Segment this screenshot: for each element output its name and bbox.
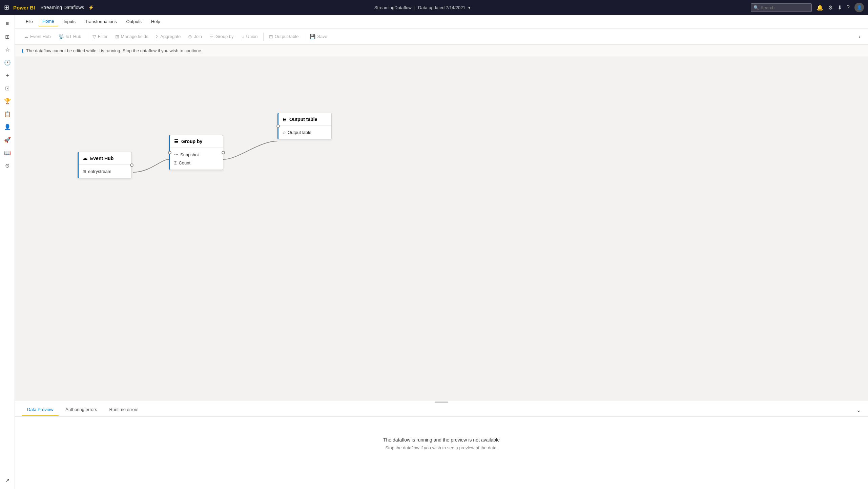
group-by-header: ☰ Group by: [170, 135, 223, 148]
toolbar-save[interactable]: 💾 Save: [306, 32, 331, 41]
bottom-content: The dataflow is running and the preview …: [15, 417, 868, 471]
node-output-table[interactable]: ⊟ Output table ◇ OutputTable: [277, 113, 332, 139]
event-hub-node-title: Event Hub: [90, 156, 113, 161]
sidebar-item-favorites[interactable]: ☆: [1, 43, 14, 56]
toolbar-divider-1: [87, 33, 87, 41]
toolbar-filter[interactable]: ▽ Filter: [89, 32, 111, 41]
toolbar-output-table[interactable]: ⊟ Output table: [266, 32, 302, 41]
avatar[interactable]: 👤: [854, 3, 864, 12]
wave-icon: 〜: [174, 152, 178, 158]
aggregate-label: Aggregate: [160, 34, 181, 39]
separator: |: [414, 5, 415, 10]
filter-icon: ▽: [92, 34, 96, 39]
toolbar-aggregate[interactable]: Σ Aggregate: [152, 32, 184, 41]
toolbar-event-hub[interactable]: ☁ Event Hub: [20, 32, 54, 41]
table-icon: ⊞: [83, 169, 86, 174]
node-event-hub[interactable]: ☁ Event Hub ⊞ entrystream: [78, 152, 132, 178]
bottom-tabs: Data Preview Authoring errors Runtime er…: [15, 403, 868, 417]
output-table-body: ◇ OutputTable: [278, 126, 331, 139]
sidebar-item-home[interactable]: ⊞: [1, 31, 14, 43]
info-icon: ℹ: [22, 48, 23, 54]
settings-icon[interactable]: ⚙: [828, 4, 833, 11]
group-by-label: Group by: [215, 34, 233, 39]
bottom-panel: Data Preview Authoring errors Runtime er…: [15, 401, 868, 489]
toolbar-right: ›: [857, 32, 863, 42]
node-field-count: Σ Count: [174, 159, 219, 167]
toolbar-divider-3: [304, 33, 304, 41]
search-input[interactable]: [751, 3, 812, 12]
group-by-output-dot[interactable]: [222, 151, 225, 154]
join-icon: ⊕: [188, 34, 192, 39]
group-by-body: 〜 Snapshot Σ Count: [170, 148, 223, 170]
help-icon[interactable]: ?: [847, 4, 850, 11]
notifications-icon[interactable]: 🔔: [817, 4, 823, 11]
group-by-node-title: Group by: [181, 139, 202, 144]
sidebar-item-profile[interactable]: 👤: [1, 121, 14, 133]
output-table-node-icon: ⊟: [283, 117, 287, 122]
menu-file[interactable]: File: [22, 17, 37, 26]
manage-fields-icon: ⊞: [115, 34, 119, 39]
sidebar-item-apps[interactable]: ⊡: [1, 82, 14, 94]
sidebar-item-create[interactable]: ＋: [1, 69, 14, 81]
output-table-input-dot[interactable]: [276, 124, 280, 128]
tab-runtime-errors[interactable]: Runtime errors: [104, 404, 144, 416]
toolbar-join[interactable]: ⊕ Join: [185, 32, 205, 41]
dataflow-title: Streaming Dataflows: [40, 5, 84, 10]
collapse-icon[interactable]: ›: [857, 32, 863, 42]
menu-outputs[interactable]: Outputs: [122, 17, 146, 26]
download-icon[interactable]: ⬇: [838, 4, 842, 11]
apps-grid-icon[interactable]: ⊞: [4, 4, 9, 11]
toolbar-manage-fields[interactable]: ⊞ Manage fields: [112, 32, 152, 41]
preview-empty-subtitle: Stop the dataflow if you wish to see a p…: [385, 445, 498, 450]
toolbar-divider-2: [263, 33, 264, 41]
sidebar: ≡ ⊞ ☆ 🕐 ＋ ⊡ 🏆 📋 👤 🚀 📖 ⊝ ↗: [0, 15, 15, 489]
sidebar-item-learn[interactable]: 📖: [1, 146, 14, 159]
topbar: ⊞ Power BI Streaming Dataflows ⚡ Streami…: [0, 0, 868, 15]
group-by-node-icon: ☰: [174, 139, 179, 144]
event-hub-node-icon: ☁: [83, 156, 87, 161]
drag-handle: [435, 402, 448, 403]
menu-transformations[interactable]: Transformations: [81, 17, 121, 26]
toolbar-union[interactable]: ∪ Union: [238, 32, 261, 41]
group-by-input-dot[interactable]: [168, 151, 171, 154]
output-table-label: Output table: [275, 34, 299, 39]
event-hub-label: Event Hub: [30, 34, 51, 39]
sidebar-item-workspaces[interactable]: 📋: [1, 108, 14, 120]
menu-inputs[interactable]: Inputs: [60, 17, 80, 26]
sidebar-item-browse[interactable]: ⊝: [1, 159, 14, 172]
sidebar-item-deployment[interactable]: 🚀: [1, 134, 14, 146]
toolbar-iot-hub[interactable]: 📡 IoT Hub: [55, 32, 85, 41]
connections-svg: [15, 57, 868, 401]
toolbar: ☁ Event Hub 📡 IoT Hub ▽ Filter ⊞ Manage …: [15, 28, 868, 45]
outputtable-label: OutputTable: [288, 130, 311, 135]
menu-home[interactable]: Home: [38, 17, 58, 26]
menu-help[interactable]: Help: [147, 17, 164, 26]
canvas[interactable]: ☁ Event Hub ⊞ entrystream: [15, 57, 868, 401]
tab-data-preview[interactable]: Data Preview: [22, 404, 59, 416]
event-hub-output-dot[interactable]: [130, 163, 133, 167]
sidebar-item-metrics[interactable]: 🏆: [1, 95, 14, 107]
expand-panel-icon[interactable]: ⌄: [856, 406, 861, 414]
sigma-icon: Σ: [174, 161, 177, 165]
tab-authoring-errors[interactable]: Authoring errors: [60, 404, 102, 416]
toolbar-group-by[interactable]: ☰ Group by: [206, 32, 237, 41]
powerbi-logo: Power BI: [13, 5, 35, 11]
entrystream-label: entrystream: [88, 169, 111, 174]
event-hub-body: ⊞ entrystream: [79, 165, 131, 178]
node-group-by[interactable]: ☰ Group by 〜 Snapshot Σ Count: [169, 135, 223, 170]
filter-label: Filter: [98, 34, 108, 39]
chevron-down-icon[interactable]: ▾: [468, 5, 471, 10]
save-icon: 💾: [310, 34, 315, 39]
group-by-icon: ☰: [209, 34, 214, 39]
sidebar-item-expand[interactable]: ↗: [1, 474, 14, 486]
topbar-center: StreamingDataflow | Data updated 7/14/20…: [98, 5, 747, 10]
sidebar-item-recent[interactable]: 🕐: [1, 56, 14, 69]
sidebar-hamburger[interactable]: ≡: [1, 18, 14, 30]
iot-hub-label: IoT Hub: [66, 34, 81, 39]
output-table-node-title: Output table: [289, 117, 317, 122]
lightning-icon: ⚡: [88, 5, 94, 10]
infobar-message: The dataflow cannot be edited while it i…: [26, 48, 202, 53]
topbar-right: 🔍 🔔 ⚙ ⬇ ? 👤: [751, 3, 864, 12]
search-wrapper: 🔍: [751, 3, 812, 12]
menubar: File Home Inputs Transformations Outputs…: [15, 15, 868, 28]
